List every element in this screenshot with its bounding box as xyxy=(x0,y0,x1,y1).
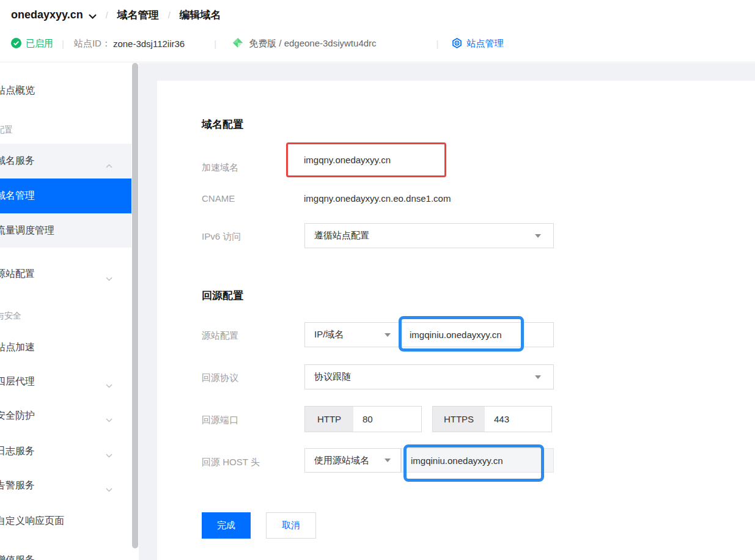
sidebar-item-label: 增值服务 xyxy=(0,554,35,560)
divider: | xyxy=(214,39,216,49)
sidebar-item-origin-config[interactable]: 源站配置 xyxy=(0,257,131,292)
chevron-down-icon xyxy=(106,449,112,460)
host-mode-value: 使用源站域名 xyxy=(314,455,369,466)
breadcrumb-separator: / xyxy=(106,10,108,20)
sidebar-item-label: 日志服务 xyxy=(0,445,35,458)
sidebar: 站点概览 配置 域名服务 域名管理 流量调度管理 源站配置 与安全 站点加速 四… xyxy=(0,63,139,560)
site-manage-link[interactable]: 站点管理 xyxy=(452,38,503,50)
sidebar-item-label: 四层代理 xyxy=(0,375,35,388)
origin-protocol-label: 回源协议 xyxy=(202,372,238,384)
sidebar-item-label: 流量调度管理 xyxy=(0,224,54,237)
page-header: onedayxyy.cn / 域名管理 / 编辑域名 已启用 | 站点ID： z… xyxy=(0,0,755,62)
sidebar-item-traffic-scheduling[interactable]: 流量调度管理 xyxy=(0,213,131,248)
status-badge: 已启用 xyxy=(11,38,53,50)
divider: | xyxy=(62,39,64,49)
origin-port-label: 回源端口 xyxy=(202,414,238,426)
ipv6-select[interactable]: 遵循站点配置 xyxy=(304,223,554,248)
site-id-label: 站点ID： xyxy=(74,38,111,50)
chevron-up-icon xyxy=(106,160,112,171)
cname-label: CNAME xyxy=(202,193,235,204)
site-id-value: zone-3dsj112iir36 xyxy=(113,39,185,49)
section-title-origin-config: 回源配置 xyxy=(202,289,243,303)
sidebar-item-site-overview[interactable]: 站点概览 xyxy=(0,73,131,108)
https-port-input[interactable] xyxy=(485,407,551,432)
sidebar-item-label: 自定义响应页面 xyxy=(0,515,64,528)
diamond-icon xyxy=(232,37,243,50)
sidebar-scrollbar[interactable] xyxy=(132,63,138,548)
breadcrumb: onedayxyy.cn / 域名管理 / 编辑域名 xyxy=(11,8,221,22)
sidebar-item-alarm-service[interactable]: 告警服务 xyxy=(0,468,131,503)
host-value: imgqiniu.onedayxyy.cn xyxy=(411,455,503,466)
sidebar-item-label: 源站配置 xyxy=(0,268,35,281)
origin-address-input[interactable] xyxy=(400,322,554,347)
cname-value: imgqny.onedayxyy.cn.eo.dnse1.com xyxy=(304,193,451,204)
done-button[interactable]: 完成 xyxy=(202,512,251,539)
sidebar-item-label: 站点加速 xyxy=(0,341,35,354)
breadcrumb-domain-management[interactable]: 域名管理 xyxy=(117,8,159,22)
caret-down-icon xyxy=(535,375,541,379)
http-port-group: HTTP xyxy=(304,406,422,432)
hexagon-settings-icon xyxy=(452,38,462,50)
accel-domain-label: 加速域名 xyxy=(202,162,238,174)
breadcrumb-separator: / xyxy=(168,10,171,20)
caret-down-icon xyxy=(535,234,541,238)
sidebar-section-label: 配置 xyxy=(0,125,13,136)
annotation-red-box: imgqny.onedayxyy.cn xyxy=(286,142,446,177)
sidebar-item-domain-service[interactable]: 域名服务 xyxy=(0,144,131,179)
chevron-down-icon xyxy=(106,484,112,495)
status-text: 已启用 xyxy=(26,38,53,50)
sidebar-item-site-acceleration[interactable]: 站点加速 xyxy=(0,330,131,364)
ipv6-label: IPv6 访问 xyxy=(202,231,241,243)
site-switcher[interactable]: onedayxyy.cn xyxy=(11,9,83,21)
sidebar-item-label: 告警服务 xyxy=(0,479,35,492)
origin-protocol-select[interactable]: 协议跟随 xyxy=(304,364,554,389)
sidebar-item-security-protection[interactable]: 安全防护 xyxy=(0,399,131,433)
edit-domain-card: 域名配置 加速域名 imgqny.onedayxyy.cn CNAME imgq… xyxy=(157,81,755,560)
cancel-button[interactable]: 取消 xyxy=(266,512,316,539)
plan-badge: 免费版 / edgeone-3dsiywtu4drc xyxy=(232,37,376,50)
sidebar-section-security: 与安全 xyxy=(0,306,131,326)
sidebar-item-value-added-service[interactable]: 增值服务 xyxy=(0,543,131,560)
divider: | xyxy=(436,39,439,49)
http-port-input[interactable] xyxy=(353,407,421,432)
ipv6-selected-value: 遵循站点配置 xyxy=(314,230,369,241)
host-mode-select[interactable]: 使用源站域名 xyxy=(304,448,401,473)
origin-type-value: IP/域名 xyxy=(314,329,344,341)
sidebar-item-domain-management[interactable]: 域名管理 xyxy=(0,179,131,213)
sidebar-item-label: 域名管理 xyxy=(0,190,35,202)
section-title-domain-config: 域名配置 xyxy=(202,117,243,131)
origin-host-label: 回源 HOST 头 xyxy=(202,457,260,468)
content-area: 域名配置 加速域名 imgqny.onedayxyy.cn CNAME imgq… xyxy=(139,63,755,560)
status-bar: 已启用 | 站点ID： zone-3dsj112iir36 | 免费版 / ed… xyxy=(11,37,503,50)
sidebar-item-log-service[interactable]: 日志服务 xyxy=(0,434,131,468)
https-port-group: HTTPS xyxy=(432,406,552,432)
page-title: 编辑域名 xyxy=(180,8,221,22)
origin-protocol-value: 协议跟随 xyxy=(314,371,351,383)
check-circle-icon xyxy=(11,38,21,50)
sidebar-section-config: 配置 xyxy=(0,120,131,141)
sidebar-item-l4-proxy[interactable]: 四层代理 xyxy=(0,364,131,399)
sidebar-item-custom-response-page[interactable]: 自定义响应页面 xyxy=(0,504,131,538)
caret-down-icon xyxy=(385,333,391,337)
sidebar-item-label: 域名服务 xyxy=(0,155,35,168)
site-manage-label: 站点管理 xyxy=(466,38,503,50)
chevron-down-icon xyxy=(106,273,112,284)
origin-config-label: 源站配置 xyxy=(202,330,238,342)
accel-domain-value: imgqny.onedayxyy.cn xyxy=(304,144,391,175)
chevron-down-icon xyxy=(106,380,112,391)
http-label: HTTP xyxy=(305,407,353,432)
sidebar-section-label: 与安全 xyxy=(0,311,21,322)
sidebar-item-label: 安全防护 xyxy=(0,410,35,422)
chevron-down-icon xyxy=(106,414,112,425)
origin-type-select[interactable]: IP/域名 xyxy=(304,322,401,347)
host-value-field: imgqiniu.onedayxyy.cn xyxy=(401,448,554,473)
caret-down-icon xyxy=(385,459,391,462)
https-label: HTTPS xyxy=(433,407,485,432)
chevron-down-icon[interactable] xyxy=(89,10,97,21)
sidebar-item-label: 站点概览 xyxy=(0,84,35,97)
plan-text: 免费版 / edgeone-3dsiywtu4drc xyxy=(249,38,376,50)
